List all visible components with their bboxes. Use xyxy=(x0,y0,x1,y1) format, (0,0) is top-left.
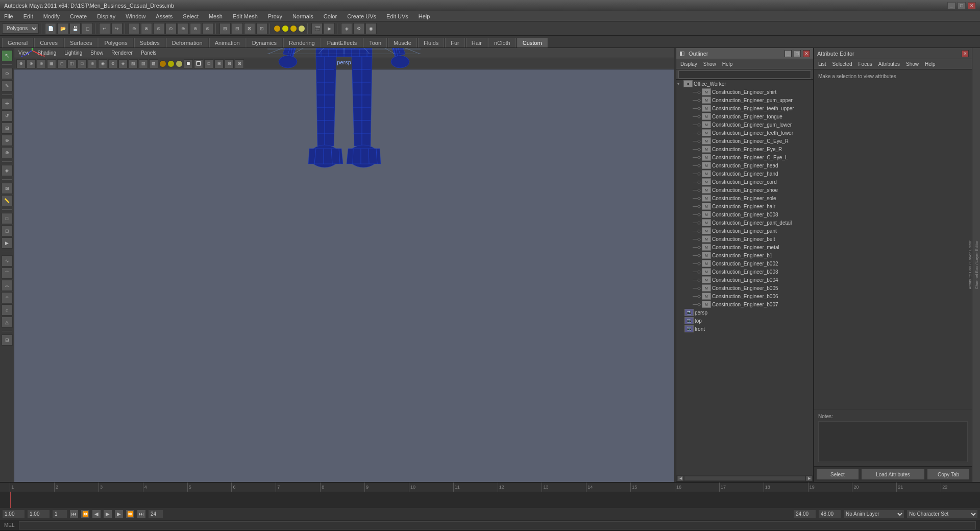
vp-menu-renderer[interactable]: Renderer xyxy=(111,50,133,56)
universal-tool[interactable]: ⊕ xyxy=(2,135,13,146)
tree-item[interactable]: —◇ M Construction_Engineer_tongue xyxy=(676,112,813,120)
tb-extra[interactable]: ◉ xyxy=(365,23,377,34)
tab-rendering[interactable]: Rendering xyxy=(283,38,321,47)
go-end-btn[interactable]: ⏭ xyxy=(137,510,146,519)
minimize-button[interactable]: _ xyxy=(947,2,955,9)
tree-item[interactable]: —◇ M Construction_Engineer_b007 xyxy=(676,300,813,308)
copy-tab-button[interactable]: Copy Tab xyxy=(927,469,970,480)
snap-view-btn[interactable]: ⊡ xyxy=(256,23,267,34)
vp-btn15[interactable] xyxy=(159,60,166,67)
snap-curve-btn[interactable]: ⊟ xyxy=(232,23,243,34)
tab-animation[interactable]: Animation xyxy=(209,38,246,47)
move-tool[interactable]: ✛ xyxy=(2,98,13,109)
timeline-track[interactable] xyxy=(0,492,980,508)
next-frame-btn[interactable]: ⏩ xyxy=(126,510,135,519)
menu-file[interactable]: File xyxy=(2,13,15,19)
menu-modify[interactable]: Modify xyxy=(41,13,62,19)
tb11[interactable]: ⊚ xyxy=(178,23,189,34)
render-view-tool[interactable]: ◻ xyxy=(2,225,13,236)
hscroll-right-btn[interactable]: ▶ xyxy=(806,476,812,481)
tree-item[interactable]: —◇ M Construction_Engineer_hand xyxy=(676,170,813,178)
attr-tab-help[interactable]: Help xyxy=(925,61,936,67)
curve-tool4[interactable]: ⌔ xyxy=(2,292,13,303)
tab-hair[interactable]: Hair xyxy=(466,38,487,47)
vp-btn13[interactable]: ▨ xyxy=(139,59,148,68)
tb9[interactable]: ⊘ xyxy=(153,23,164,34)
total-start-field[interactable] xyxy=(793,510,816,519)
attr-editor-close-btn[interactable]: ✕ xyxy=(962,50,969,57)
vp-btn8[interactable]: ⊙ xyxy=(88,59,97,68)
select-tool[interactable]: ↖ xyxy=(2,50,13,61)
ipr-render-tool[interactable]: ▶ xyxy=(2,237,13,249)
play-end-field[interactable] xyxy=(148,510,163,519)
curve-tool1[interactable]: ∿ xyxy=(2,255,13,267)
tree-item[interactable]: —◇ M Construction_Engineer_b006 xyxy=(676,292,813,300)
tab-general[interactable]: General xyxy=(2,38,33,47)
tab-curves[interactable]: Curves xyxy=(34,38,63,47)
vtab-channel-box[interactable]: Channel Box / Layer Editor xyxy=(973,237,980,293)
tab-ncloth[interactable]: nCloth xyxy=(488,38,516,47)
hscroll-track[interactable] xyxy=(684,476,805,480)
menu-proxy[interactable]: Proxy xyxy=(266,13,284,19)
tab-painteffects[interactable]: PaintEffects xyxy=(322,38,363,47)
vp-btn6[interactable]: ◫ xyxy=(67,59,77,68)
outliner-minimize-btn[interactable]: _ xyxy=(785,50,792,57)
tree-item[interactable]: —◇ M Construction_Engineer_gum_lower xyxy=(676,120,813,129)
range-start-field[interactable] xyxy=(2,510,25,519)
tb13[interactable]: ⊜ xyxy=(202,23,213,34)
select-button[interactable]: Select xyxy=(816,469,859,480)
tab-deformation[interactable]: Deformation xyxy=(166,38,208,47)
extra-tool[interactable]: ⊟ xyxy=(2,334,13,346)
outliner-tree[interactable]: ▾ ■ Office_Worker —◇ M Construction_Engi… xyxy=(676,80,813,475)
snap-point-btn[interactable]: ⊠ xyxy=(244,23,255,34)
mel-input[interactable] xyxy=(19,521,976,529)
tb7[interactable]: ⊕ xyxy=(129,23,140,34)
tree-item[interactable]: —◇ M Construction_Engineer_belt xyxy=(676,235,813,243)
menu-select[interactable]: Select xyxy=(181,13,201,19)
tree-item[interactable]: —◇ M Construction_Engineer_C_Eye_R xyxy=(676,137,813,145)
menu-edit[interactable]: Edit xyxy=(21,13,35,19)
next-key-btn[interactable]: ▶ xyxy=(114,510,124,519)
tree-item[interactable]: —◇ M Construction_Engineer_b005 xyxy=(676,284,813,292)
new-file-btn[interactable]: 📄 xyxy=(45,23,56,34)
attr-tab-list[interactable]: List xyxy=(818,61,826,67)
mode-selector[interactable]: Polygons xyxy=(2,23,39,34)
vp-menu-show[interactable]: Show xyxy=(90,50,103,56)
curve-tool6[interactable]: △ xyxy=(2,317,13,328)
vp-menu-panels[interactable]: Panels xyxy=(141,50,157,56)
tree-item[interactable]: —◇ M Construction_Engineer_shoe xyxy=(676,186,813,194)
restore-button[interactable]: □ xyxy=(958,2,966,9)
total-end-field[interactable] xyxy=(818,510,841,519)
paint-select-tool[interactable]: ✎ xyxy=(2,80,13,91)
measure-tool[interactable]: 📏 xyxy=(2,195,13,206)
vp-btn17[interactable] xyxy=(176,60,183,67)
tree-item[interactable]: —◇ M Construction_Engineer_head xyxy=(676,161,813,170)
prev-key-btn[interactable]: ◀ xyxy=(92,510,101,519)
tree-item[interactable]: —◇ M Construction_Engineer_b1 xyxy=(676,251,813,259)
tree-item[interactable]: —◇ M Construction_Engineer_b002 xyxy=(676,259,813,268)
tb6[interactable]: ↪ xyxy=(111,23,122,34)
menu-display[interactable]: Display xyxy=(95,13,117,19)
tab-muscle[interactable]: Muscle xyxy=(388,38,417,47)
tb5[interactable]: ↩ xyxy=(99,23,110,34)
vp-menu-lighting[interactable]: Lighting xyxy=(64,50,82,56)
vp-btn19[interactable]: 🔳 xyxy=(194,59,203,68)
outliner-menu-show[interactable]: Show xyxy=(703,61,716,67)
open-file-btn[interactable]: 📂 xyxy=(57,23,68,34)
snap-together-tool[interactable]: ⊠ xyxy=(2,183,13,194)
show-manip-tool[interactable]: ◈ xyxy=(2,165,13,176)
char-set-select[interactable]: No Character Set xyxy=(906,510,978,519)
tree-item[interactable]: —◇ M Construction_Engineer_teeth_lower xyxy=(676,129,813,137)
tree-item-front[interactable]: 📷 front xyxy=(676,325,813,333)
render-region-tool[interactable]: □ xyxy=(2,213,13,224)
tree-item[interactable]: —◇ M Construction_Engineer_cord xyxy=(676,178,813,186)
vp-btn12[interactable]: ▧ xyxy=(129,59,138,68)
attr-tab-selected[interactable]: Selected xyxy=(832,61,852,67)
tree-item[interactable]: —◇ M Construction_Engineer_b008 xyxy=(676,210,813,219)
tree-item[interactable]: —◇ M Construction_Engineer_Eye_R xyxy=(676,145,813,153)
menu-create-uvs[interactable]: Create UVs xyxy=(345,13,378,19)
tree-item[interactable]: —◇ M Construction_Engineer_pant_detail xyxy=(676,219,813,227)
menu-assets[interactable]: Assets xyxy=(154,13,175,19)
vtab-attribute-box[interactable]: Attribute Box / Layer Editor xyxy=(967,237,973,293)
menu-edit-uvs[interactable]: Edit UVs xyxy=(384,13,410,19)
